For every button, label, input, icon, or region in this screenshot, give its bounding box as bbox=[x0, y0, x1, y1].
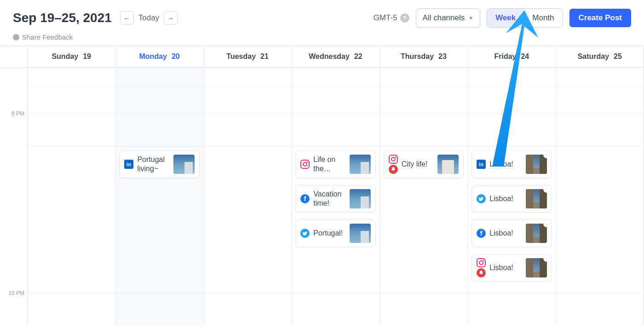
timezone-label: GMT-5 ? bbox=[374, 13, 409, 23]
time-label-8pm: 8 PM bbox=[12, 110, 24, 117]
day-header-sunday[interactable]: Sunday19 bbox=[28, 46, 115, 68]
arrow-right-icon: → bbox=[167, 14, 174, 22]
create-post-button[interactable]: Create Post bbox=[569, 9, 631, 27]
view-toggle: Week Month bbox=[487, 8, 563, 28]
instagram-icon bbox=[477, 258, 486, 267]
day-col-friday[interactable]: Lisboa! Lisboa! Lisboa! Lisboa! bbox=[468, 68, 556, 325]
bell-icon bbox=[477, 268, 486, 277]
post-thumbnail bbox=[350, 224, 371, 243]
view-week-button[interactable]: Week bbox=[487, 9, 524, 27]
post-text: Life on the… bbox=[313, 155, 345, 173]
post-card[interactable]: Lisboa! bbox=[472, 185, 552, 213]
post-text: Lisboa! bbox=[489, 160, 522, 169]
post-card[interactable]: Lisboa! bbox=[472, 219, 552, 247]
calendar-header: Sep 19–25, 2021 ← Today → GMT-5 ? All ch… bbox=[0, 0, 644, 31]
post-thumbnail bbox=[526, 189, 547, 208]
day-col-monday[interactable]: Portugal living~ bbox=[115, 68, 203, 325]
instagram-icon bbox=[389, 155, 398, 164]
post-card[interactable]: Lisboa! bbox=[472, 254, 552, 282]
post-text: Vacation time! bbox=[313, 190, 345, 208]
arrow-left-icon: ← bbox=[123, 14, 130, 22]
calendar-grid: Sunday19 Monday20 Tuesday21 Wednesday22 … bbox=[0, 46, 644, 325]
post-text: Lisboa! bbox=[489, 229, 522, 238]
day-header-friday[interactable]: Friday24 bbox=[468, 46, 556, 68]
facebook-icon bbox=[477, 229, 486, 238]
day-col-thursday[interactable]: City life! bbox=[380, 68, 468, 325]
day-header-wednesday[interactable]: Wednesday22 bbox=[292, 46, 380, 68]
bell-icon bbox=[389, 165, 398, 174]
view-month-button[interactable]: Month bbox=[524, 9, 562, 27]
channels-dropdown[interactable]: All channels ▼ bbox=[416, 8, 481, 28]
day-header-monday[interactable]: Monday20 bbox=[115, 46, 203, 68]
time-label-10pm: 10 PM bbox=[8, 290, 24, 296]
linkedin-icon bbox=[477, 160, 486, 169]
day-col-sunday[interactable] bbox=[28, 68, 115, 325]
post-thumbnail bbox=[350, 189, 371, 208]
day-col-wednesday[interactable]: Life on the… Vacation time! Portugal! bbox=[292, 68, 380, 325]
post-text: Lisboa! bbox=[489, 194, 522, 203]
post-card[interactable]: City life! bbox=[384, 150, 464, 178]
day-col-tuesday[interactable] bbox=[204, 68, 292, 325]
post-card[interactable]: Portugal living~ bbox=[119, 150, 199, 178]
linkedin-icon bbox=[124, 160, 133, 169]
day-col-saturday[interactable] bbox=[556, 68, 644, 325]
post-thumbnail bbox=[526, 224, 547, 243]
post-thumbnail bbox=[437, 155, 459, 174]
post-card[interactable]: Life on the… bbox=[295, 150, 375, 178]
day-header-saturday[interactable]: Saturday25 bbox=[556, 46, 644, 68]
today-button[interactable]: Today bbox=[138, 13, 159, 23]
twitter-icon bbox=[300, 229, 310, 238]
post-text: Lisboa! bbox=[489, 263, 522, 272]
post-text: City life! bbox=[402, 160, 434, 169]
help-icon[interactable]: ? bbox=[400, 13, 409, 23]
post-thumbnail bbox=[173, 155, 195, 174]
chevron-down-icon: ▼ bbox=[468, 15, 473, 21]
post-card[interactable]: Lisboa! bbox=[472, 150, 552, 178]
post-text: Portugal! bbox=[313, 229, 345, 238]
twitter-icon bbox=[477, 194, 486, 203]
prev-week-button[interactable]: ← bbox=[120, 11, 134, 25]
day-header-thursday[interactable]: Thursday23 bbox=[380, 46, 468, 68]
time-gutter: 8 PM 10 PM bbox=[0, 68, 28, 325]
day-header-tuesday[interactable]: Tuesday21 bbox=[204, 46, 292, 68]
share-feedback-link[interactable]: Share Feedback bbox=[0, 31, 644, 46]
post-thumbnail bbox=[526, 155, 547, 174]
post-thumbnail bbox=[350, 155, 371, 174]
instagram-icon bbox=[300, 160, 310, 169]
post-thumbnail bbox=[526, 258, 547, 277]
date-range-title: Sep 19–25, 2021 bbox=[13, 11, 112, 25]
post-card[interactable]: Portugal! bbox=[295, 219, 375, 247]
comment-icon bbox=[13, 34, 19, 40]
next-week-button[interactable]: → bbox=[164, 11, 178, 25]
post-card[interactable]: Vacation time! bbox=[295, 185, 375, 213]
facebook-icon bbox=[300, 194, 310, 203]
post-text: Portugal living~ bbox=[137, 155, 169, 173]
